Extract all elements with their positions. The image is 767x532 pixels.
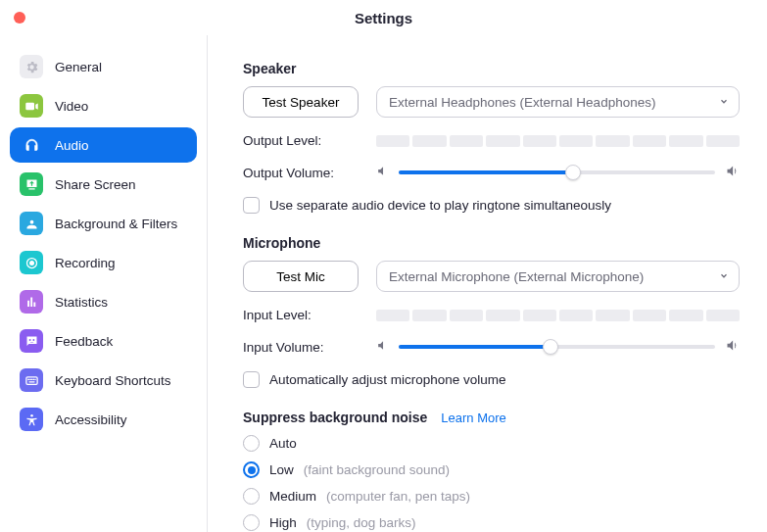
minimize-window-button[interactable] [33,12,45,24]
recording-icon [20,251,43,274]
input-volume-fill [399,345,551,349]
titlebar: Settings [0,0,767,35]
radio-button[interactable] [243,488,260,505]
input-volume-slider[interactable] [399,339,715,355]
volume-low-icon [376,339,389,355]
auto-adjust-mic-label: Automatically adjust microphone volume [269,372,506,387]
suppress-noise-options: Auto Low (faint background sound) Medium… [243,435,740,531]
input-volume-label: Input Volume: [243,340,359,355]
suppress-option-auto[interactable]: Auto [243,435,740,452]
suppress-option-high[interactable]: High (typing, dog barks) [243,514,740,531]
test-mic-button[interactable]: Test Mic [243,261,359,292]
sidebar-item-label: Background & Filters [55,217,177,231]
keyboard-icon [20,368,43,392]
zoom-window-button[interactable] [53,12,65,24]
sidebar: General Video Audio Share Screen Backgro [0,35,208,532]
ringtone-checkbox-label: Use separate audio device to play ringto… [269,198,611,213]
sidebar-item-label: Share Screen [55,177,136,192]
sidebar-item-label: Statistics [55,295,108,310]
headphones-icon [20,133,43,157]
svg-point-1 [29,261,34,266]
statistics-icon [20,290,43,314]
speaker-device-dropdown[interactable]: External Headphones (External Headphones… [376,86,740,118]
radio-label: Low [269,462,294,477]
radio-hint: (faint background sound) [304,462,450,477]
input-level-meter [376,310,740,321]
share-screen-icon [20,172,43,196]
sidebar-item-keyboard-shortcuts[interactable]: Keyboard Shortcuts [10,363,197,398]
radio-hint: (computer fan, pen taps) [326,489,470,504]
suppress-option-low[interactable]: Low (faint background sound) [243,461,740,478]
output-volume-thumb[interactable] [565,165,581,180]
auto-adjust-mic-checkbox[interactable] [243,371,260,388]
sidebar-item-recording[interactable]: Recording [10,245,197,280]
radio-label: Medium [269,489,316,504]
window-title: Settings [355,10,412,26]
sidebar-item-label: Accessibility [55,412,127,427]
output-volume-slider[interactable] [399,165,715,180]
output-volume-label: Output Volume: [243,166,359,180]
video-icon [20,94,43,118]
radio-label: Auto [269,436,297,451]
gear-icon [20,55,43,78]
accessibility-icon [20,408,43,431]
ringtone-separate-device-checkbox[interactable] [243,197,260,214]
sidebar-item-label: Video [55,99,88,114]
sidebar-item-share-screen[interactable]: Share Screen [10,167,197,202]
sidebar-item-label: Recording [55,256,116,270]
sidebar-item-video[interactable]: Video [10,88,197,123]
suppress-noise-heading: Suppress background noise [243,410,427,425]
radio-button[interactable] [243,461,260,478]
volume-high-icon [725,338,740,356]
learn-more-link[interactable]: Learn More [441,411,505,425]
feedback-icon [20,329,43,353]
sidebar-item-label: Audio [55,138,89,153]
audio-settings-panel: 1. Speaker Test Speaker External Headpho… [208,35,767,532]
window-controls [14,12,65,24]
sidebar-item-background-filters[interactable]: Background & Filters [10,206,197,241]
output-level-meter [376,135,740,147]
chevron-down-icon [719,269,729,284]
svg-rect-2 [25,376,36,384]
speaker-device-value: External Headphones (External Headphones… [389,95,655,110]
sidebar-item-label: Keyboard Shortcuts [55,373,171,388]
output-level-label: Output Level: [243,133,359,148]
sidebar-item-label: General [55,60,102,74]
background-filters-icon [20,212,43,235]
sidebar-item-audio[interactable]: Audio [10,127,197,163]
suppress-option-medium[interactable]: Medium (computer fan, pen taps) [243,488,740,505]
input-level-label: Input Level: [243,308,359,322]
sidebar-item-feedback[interactable]: Feedback [10,323,197,359]
test-speaker-button[interactable]: Test Speaker [243,86,359,118]
mic-device-dropdown[interactable]: External Microphone (External Microphone… [376,261,740,292]
radio-button[interactable] [243,514,260,531]
output-volume-fill [399,170,573,174]
microphone-heading: Microphone [243,235,740,251]
svg-point-3 [30,413,33,416]
sidebar-item-label: Feedback [55,334,113,349]
mic-device-value: External Microphone (External Microphone… [389,269,644,284]
chevron-down-icon [719,95,729,110]
close-window-button[interactable] [14,12,25,24]
volume-low-icon [376,165,389,180]
sidebar-item-general[interactable]: General [10,49,197,84]
radio-button[interactable] [243,435,260,452]
input-volume-thumb[interactable] [543,339,558,355]
speaker-heading: Speaker [243,61,740,76]
volume-high-icon [725,164,740,181]
sidebar-item-statistics[interactable]: Statistics [10,284,197,319]
radio-label: High [269,515,297,530]
sidebar-item-accessibility[interactable]: Accessibility [10,402,197,437]
radio-hint: (typing, dog barks) [307,515,416,530]
